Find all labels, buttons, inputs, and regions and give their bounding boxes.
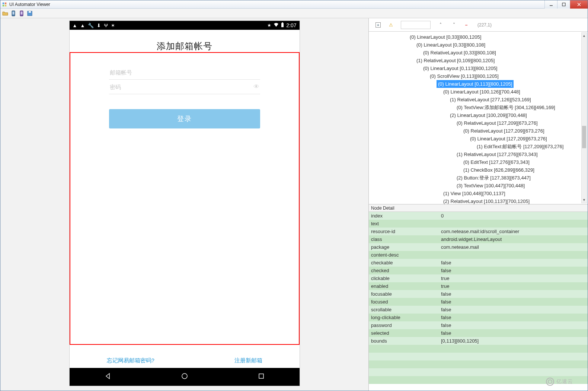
naf-warning-icon[interactable]: ⚠ [387, 22, 394, 28]
tree-node[interactable]: (0) LinearLayout [100,126][700,448] [443, 88, 588, 96]
tree-node[interactable]: (1) View [100,448][700,1137] [443, 190, 588, 197]
detail-value: true [440, 283, 588, 289]
svg-rect-1 [5, 2, 6, 4]
tree-node[interactable]: (1) EditText:邮箱帐号 [127,209][673,276] [477, 143, 588, 150]
detail-row: long-clickablefalse [369, 314, 588, 321]
toolbar [0, 9, 588, 18]
scroll-down-icon[interactable]: ▼ [582, 197, 587, 203]
detail-value: com.netease.mail:id/scroll_container [440, 229, 588, 234]
tree-node[interactable]: (0) LinearLayout [0,33][800,108] [416, 41, 588, 49]
hierarchy-tree[interactable]: ▲ ▼ (0) LinearLayout [0,33][800,1205](0)… [369, 32, 588, 204]
close-button[interactable] [570, 0, 588, 9]
detail-key: enabled [369, 283, 440, 289]
node-detail-table: index0textresource-idcom.netease.mail:id… [369, 212, 588, 391]
tree-node[interactable]: (0) LinearLayout [0,33][800,1205] [410, 33, 588, 41]
search-input[interactable] [401, 21, 431, 29]
scroll-thumb[interactable] [582, 126, 586, 148]
forgot-password-link[interactable]: 忘记网易邮箱密码? [107, 357, 154, 364]
clock-text: 2:07 [286, 22, 296, 28]
svg-rect-0 [3, 2, 4, 4]
tree-node[interactable]: (1) RelativeLayout [127,276][673,343] [457, 150, 588, 158]
detail-row: focusedfalse [369, 298, 588, 306]
app-window: UI Automator Viewer ▲ ▲ 🔧 [0, 0, 588, 391]
titlebar: UI Automator Viewer [0, 0, 588, 9]
svg-point-16 [182, 373, 187, 379]
detail-value: false [440, 299, 588, 305]
detail-row-blank [369, 353, 588, 360]
device-screenshot-icon[interactable] [10, 10, 17, 17]
maximize-button[interactable] [557, 0, 570, 9]
tree-node[interactable]: (0) RelativeLayout [127,209][673,276] [457, 119, 588, 127]
detail-value: com.netease.mail [440, 244, 588, 250]
star-icon: ★ [267, 23, 271, 28]
detail-value: [0,113][800,1205] [440, 338, 588, 344]
email-field-row[interactable] [109, 66, 260, 80]
detail-key: resource-id [369, 229, 440, 234]
tree-node[interactable]: (2) Button:登录 [127,383][673,447] [457, 174, 588, 182]
usb-icon: Ψ [104, 23, 108, 28]
tree-node[interactable]: (3) TextView [100,447][700,448] [457, 182, 588, 190]
watermark: 亿速云 [546, 378, 573, 386]
tree-node[interactable]: (0) RelativeLayout [127,209][673,276] [463, 127, 588, 135]
detail-row: checkedfalse [369, 267, 588, 274]
tree-scrollbar[interactable]: ▲ ▼ [581, 32, 587, 203]
clear-icon[interactable]: – [464, 22, 469, 28]
detail-row: text [369, 220, 588, 228]
tree-node[interactable]: (0) LinearLayout [0,113][800,1205] [423, 64, 588, 72]
detail-row: passwordfalse [369, 321, 588, 329]
expand-all-icon[interactable]: + [376, 22, 381, 28]
detail-row: bounds[0,113][800,1205] [369, 337, 588, 345]
tree-node[interactable]: (2) RelativeLayout [100,1137][700,1205] [443, 197, 588, 204]
tree-node[interactable]: (0) LinearLayout [0,113][800,1205] [437, 80, 514, 88]
detail-row: classandroid.widget.LinearLayout [369, 235, 588, 243]
window-buttons [544, 0, 588, 9]
recent-icon[interactable] [258, 372, 265, 381]
watermark-logo-icon [546, 378, 554, 386]
home-icon[interactable] [181, 372, 188, 381]
eye-icon[interactable]: 👁 [253, 83, 259, 90]
tree-node[interactable]: (1) RelativeLayout [277,126][523,169] [450, 96, 588, 104]
detail-key: package [369, 244, 440, 250]
device-screenshot-compressed-icon[interactable] [18, 10, 25, 17]
warning-icon: ▲ [80, 23, 85, 28]
detail-key: class [369, 236, 440, 242]
password-input[interactable] [110, 84, 253, 90]
register-link[interactable]: 注册新邮箱 [234, 357, 262, 364]
detail-key: bounds [369, 338, 440, 344]
login-button[interactable]: 登录 [109, 109, 260, 128]
android-status-bar: ▲ ▲ 🔧 ⬇ Ψ ✶ ★ 2:07 [70, 21, 300, 30]
tree-node[interactable]: (1) RelativeLayout [0,109][800,1205] [416, 57, 588, 64]
cursor-coords: (227,1) [477, 22, 492, 28]
tree-node[interactable]: (1) CheckBox [626,289][666,329] [463, 166, 588, 174]
bug-icon: ✶ [111, 23, 115, 28]
detail-row: resource-idcom.netease.mail:id/scroll_co… [369, 228, 588, 235]
tree-node[interactable]: (0) RelativeLayout [0,33][800,108] [423, 49, 588, 57]
email-input[interactable] [110, 69, 259, 76]
detail-key: clickable [369, 276, 440, 281]
svg-rect-11 [21, 12, 23, 15]
save-icon[interactable] [26, 10, 33, 17]
tree-node[interactable]: (0) LinearLayout [127,209][673,276] [470, 135, 588, 143]
detail-value: false [440, 315, 588, 320]
detail-key: focusable [369, 291, 440, 297]
svg-rect-17 [259, 374, 263, 378]
minimize-button[interactable] [544, 0, 557, 9]
scroll-up-icon[interactable]: ▲ [582, 33, 587, 39]
detail-row: content-desc [369, 251, 588, 259]
screen-body: 添加邮箱帐号 👁 登录 忘记网易邮箱密码? [70, 30, 300, 368]
detail-value: false [440, 291, 588, 297]
password-field-row[interactable]: 👁 [109, 80, 260, 94]
back-icon[interactable] [104, 372, 112, 381]
svg-rect-2 [3, 4, 4, 6]
tree-node[interactable]: (2) LinearLayout [100,209][700,448] [450, 111, 588, 119]
detail-value: false [440, 307, 588, 312]
tree-node[interactable]: (0) TextView:添加邮箱帐号 [304,126][496,169] [457, 104, 588, 111]
open-icon[interactable] [2, 10, 9, 17]
detail-row: enabledtrue [369, 282, 588, 290]
tree-node[interactable]: (0) ScrollView [0,113][800,1205] [430, 72, 588, 80]
prev-icon[interactable]: ˄ [437, 22, 444, 28]
detail-key: checkable [369, 260, 440, 266]
tree-node[interactable]: (0) EditText [127,276][673,343] [463, 158, 588, 166]
detail-row: index0 [369, 212, 588, 220]
next-icon[interactable]: ˅ [451, 22, 457, 28]
